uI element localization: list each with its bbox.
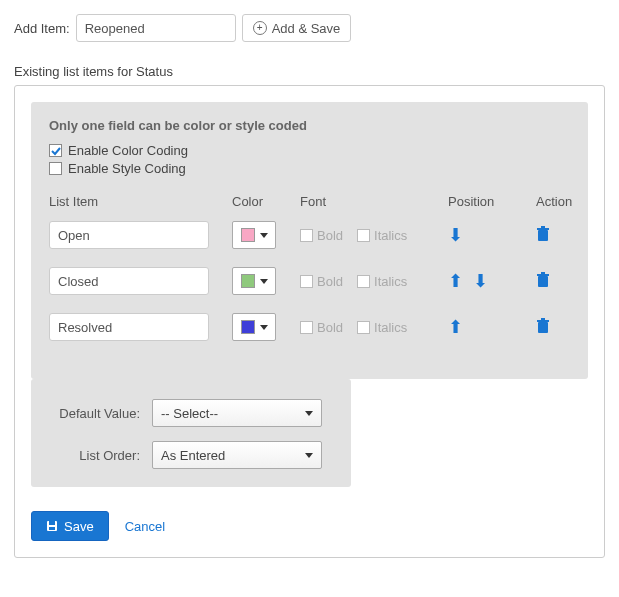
header-action: Action xyxy=(536,194,596,209)
list-row: BoldItalics⬆ xyxy=(49,313,570,341)
chevron-down-icon xyxy=(305,411,313,416)
add-item-row: Add Item: + Add & Save xyxy=(14,14,605,42)
default-value-row: Default Value: -- Select-- xyxy=(47,399,335,427)
arrow-down-icon[interactable]: ⬇ xyxy=(473,272,488,290)
font-cell: BoldItalics xyxy=(300,228,440,243)
list-row: BoldItalics⬆⬇ xyxy=(49,267,570,295)
trash-icon[interactable] xyxy=(536,276,550,291)
chevron-down-icon xyxy=(305,453,313,458)
arrow-up-icon[interactable]: ⬆ xyxy=(448,272,463,290)
font-bold-option: Bold xyxy=(300,228,343,243)
header-list-item: List Item xyxy=(49,194,224,209)
svg-rect-4 xyxy=(537,274,549,276)
enable-color-row[interactable]: Enable Color Coding xyxy=(49,143,570,158)
arrow-down-icon[interactable]: ⬇ xyxy=(448,226,463,244)
color-swatch xyxy=(241,228,255,242)
plus-icon: + xyxy=(253,21,267,35)
list-order-selected: As Entered xyxy=(161,448,225,463)
coding-panel: Only one field can be color or style cod… xyxy=(31,102,588,379)
svg-rect-0 xyxy=(538,230,548,241)
color-swatch xyxy=(241,274,255,288)
font-bold-label: Bold xyxy=(317,274,343,289)
save-icon xyxy=(46,520,58,532)
svg-rect-2 xyxy=(541,226,545,228)
trash-icon[interactable] xyxy=(536,230,550,245)
font-italics-option: Italics xyxy=(357,228,407,243)
add-save-button[interactable]: + Add & Save xyxy=(242,14,352,42)
font-italics-label: Italics xyxy=(374,228,407,243)
action-cell xyxy=(536,272,596,291)
list-order-row: List Order: As Entered xyxy=(47,441,335,469)
enable-style-row[interactable]: Enable Style Coding xyxy=(49,161,570,176)
font-bold-checkbox xyxy=(300,275,313,288)
svg-rect-1 xyxy=(537,228,549,230)
enable-style-checkbox[interactable] xyxy=(49,162,62,175)
default-value-label: Default Value: xyxy=(47,406,152,421)
font-bold-label: Bold xyxy=(317,228,343,243)
font-italics-checkbox xyxy=(357,321,370,334)
add-item-input[interactable] xyxy=(76,14,236,42)
svg-rect-10 xyxy=(49,521,55,525)
list-order-label: List Order: xyxy=(47,448,152,463)
font-bold-option: Bold xyxy=(300,320,343,335)
footer: Save Cancel xyxy=(31,511,588,541)
header-color: Color xyxy=(232,194,292,209)
list-order-select[interactable]: As Entered xyxy=(152,441,322,469)
svg-rect-6 xyxy=(538,322,548,333)
list-item-input[interactable] xyxy=(49,221,209,249)
chevron-down-icon xyxy=(260,325,268,330)
enable-style-label: Enable Style Coding xyxy=(68,161,186,176)
font-italics-checkbox xyxy=(357,229,370,242)
arrow-up-icon[interactable]: ⬆ xyxy=(448,318,463,336)
header-font: Font xyxy=(300,194,440,209)
font-bold-checkbox xyxy=(300,229,313,242)
svg-rect-8 xyxy=(541,318,545,320)
default-value-select[interactable]: -- Select-- xyxy=(152,399,322,427)
save-label: Save xyxy=(64,519,94,534)
position-cell: ⬆ xyxy=(448,318,528,336)
list-header: List Item Color Font Position Action xyxy=(49,194,570,209)
enable-color-label: Enable Color Coding xyxy=(68,143,188,158)
font-bold-option: Bold xyxy=(300,274,343,289)
color-picker[interactable] xyxy=(232,221,276,249)
chevron-down-icon xyxy=(260,279,268,284)
font-bold-label: Bold xyxy=(317,320,343,335)
position-cell: ⬇ xyxy=(448,226,528,244)
settings-panel: Default Value: -- Select-- List Order: A… xyxy=(31,379,351,487)
list-row: BoldItalics⬇ xyxy=(49,221,570,249)
svg-rect-11 xyxy=(49,527,55,530)
add-save-label: Add & Save xyxy=(272,21,341,36)
default-value-selected: -- Select-- xyxy=(161,406,218,421)
chevron-down-icon xyxy=(260,233,268,238)
color-picker[interactable] xyxy=(232,313,276,341)
svg-rect-3 xyxy=(538,276,548,287)
section-title: Existing list items for Status xyxy=(14,64,605,79)
list-item-input[interactable] xyxy=(49,267,209,295)
font-cell: BoldItalics xyxy=(300,320,440,335)
position-cell: ⬆⬇ xyxy=(448,272,528,290)
font-italics-label: Italics xyxy=(374,320,407,335)
svg-rect-5 xyxy=(541,272,545,274)
font-italics-option: Italics xyxy=(357,320,407,335)
list-item-input[interactable] xyxy=(49,313,209,341)
check-icon xyxy=(51,146,61,156)
svg-rect-7 xyxy=(537,320,549,322)
font-italics-option: Italics xyxy=(357,274,407,289)
coding-panel-title: Only one field can be color or style cod… xyxy=(49,118,570,133)
existing-items-panel: Only one field can be color or style cod… xyxy=(14,85,605,558)
color-swatch xyxy=(241,320,255,334)
header-position: Position xyxy=(448,194,528,209)
color-picker[interactable] xyxy=(232,267,276,295)
enable-color-checkbox[interactable] xyxy=(49,144,62,157)
cancel-link[interactable]: Cancel xyxy=(125,519,165,534)
action-cell xyxy=(536,226,596,245)
font-italics-label: Italics xyxy=(374,274,407,289)
action-cell xyxy=(536,318,596,337)
font-italics-checkbox xyxy=(357,275,370,288)
trash-icon[interactable] xyxy=(536,322,550,337)
add-item-label: Add Item: xyxy=(14,21,70,36)
font-bold-checkbox xyxy=(300,321,313,334)
save-button[interactable]: Save xyxy=(31,511,109,541)
font-cell: BoldItalics xyxy=(300,274,440,289)
